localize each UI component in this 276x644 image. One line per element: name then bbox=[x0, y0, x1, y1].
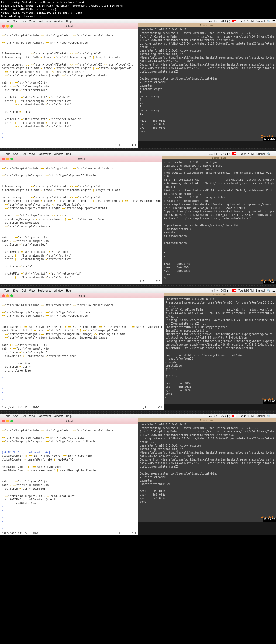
terminal-pane: ☁ ⊙ ᛒ ᯤ 77% ▮▯ Tue 3:57 PM Samuel 🔍 ☰ 1 … bbox=[162, 151, 276, 284]
close-icon[interactable] bbox=[2, 420, 5, 422]
video-timestamp: 00:02:40 bbox=[263, 281, 276, 284]
vim-statusline: 1,1 All bbox=[0, 279, 162, 284]
code-editor[interactable]: =="str">"kw-pink">odule =="str">"type">M… bbox=[0, 424, 138, 535]
zoom-icon[interactable] bbox=[10, 420, 13, 422]
menu-item[interactable]: Edit bbox=[22, 152, 26, 155]
minimize-icon[interactable] bbox=[6, 158, 9, 160]
window-titlebar[interactable]: Default bbox=[0, 418, 138, 424]
menu-item[interactable]: Edit bbox=[22, 289, 26, 292]
search-icon[interactable]: 🔍 bbox=[267, 289, 270, 292]
menu-item[interactable]: iTerm bbox=[4, 152, 10, 155]
menu-item[interactable]: Bookmarks bbox=[37, 415, 51, 418]
row-separator bbox=[0, 284, 276, 288]
terminal-output[interactable]: unsafePerformIO-0.1.0.0: build Preproces… bbox=[138, 27, 276, 141]
menu-item[interactable]: Bookmarks bbox=[37, 289, 51, 292]
menu-item[interactable]: iTerm bbox=[4, 20, 10, 23]
screenshot-row: iTermShellEditViewBookmarksWindowHelp De… bbox=[0, 19, 276, 148]
menu-item[interactable]: Window bbox=[54, 415, 63, 418]
search-icon[interactable]: 🔍 bbox=[267, 20, 270, 23]
menu-item[interactable]: Bookmarks bbox=[37, 20, 51, 23]
row-separator bbox=[0, 148, 276, 151]
menu-item[interactable]: View bbox=[29, 289, 35, 292]
window-titlebar[interactable]: Default bbox=[0, 23, 138, 29]
minimize-icon[interactable] bbox=[6, 25, 9, 28]
menu-item[interactable]: Help bbox=[66, 415, 72, 418]
status-pos: 1,1 bbox=[141, 406, 146, 409]
menu-item[interactable]: Shell bbox=[13, 415, 19, 418]
username: Samuel bbox=[256, 152, 265, 155]
code-editor[interactable]: =="str">"kw-pink">odule =="str">"type">M… bbox=[0, 162, 162, 284]
tab-title: Default bbox=[77, 158, 85, 161]
row-separator bbox=[0, 410, 276, 414]
menu-item[interactable]: Shell bbox=[13, 289, 19, 292]
menu-item[interactable]: iTerm bbox=[4, 289, 10, 292]
menu-icon[interactable]: ☰ bbox=[272, 20, 275, 23]
minimize-icon[interactable] bbox=[6, 294, 9, 297]
code-editor[interactable]: =="str">"kw-pink">odule =="str">"type">M… bbox=[0, 29, 138, 148]
close-icon[interactable] bbox=[2, 25, 5, 28]
menu-item[interactable]: Edit bbox=[22, 20, 26, 23]
menu-item[interactable]: Shell bbox=[13, 152, 19, 155]
menu-item[interactable]: Help bbox=[66, 289, 72, 292]
zoom-icon[interactable] bbox=[10, 158, 13, 160]
menu-item[interactable]: Edit bbox=[22, 415, 26, 418]
menu-item[interactable]: Window bbox=[54, 20, 63, 23]
menu-icon[interactable]: ☰ bbox=[272, 415, 275, 418]
vim-statusline: 1,1 All bbox=[0, 143, 138, 148]
error-bar: 1 error · base bbox=[138, 23, 276, 27]
terminal-output[interactable]: unsafePerformIO-0.1.0.0: build Preproces… bbox=[164, 296, 276, 404]
window-titlebar[interactable]: Default bbox=[0, 156, 162, 162]
meta-video: Video: h264, yuv420p, 1280x720, 30.00 fp… bbox=[1, 11, 275, 15]
meta-file: File: Benign Side-Effects Using unsafePe… bbox=[1, 1, 275, 4]
terminal-output[interactable]: unsafePerformIO-0.1.0.0: build Preproces… bbox=[138, 422, 276, 522]
status-file: "src/Main.hs" 22L, 387C bbox=[2, 531, 39, 535]
editor-pane: iTermShellEditViewBookmarksWindowHelp De… bbox=[0, 288, 164, 410]
battery-pct: 75% ▮▯ bbox=[221, 415, 230, 418]
menu-item[interactable]: View bbox=[29, 20, 35, 23]
menu-item[interactable]: Help bbox=[66, 152, 72, 155]
menu-item[interactable]: Bookmarks bbox=[37, 152, 51, 155]
menu-item[interactable]: Help bbox=[66, 20, 72, 23]
search-icon[interactable]: 🔍 bbox=[267, 415, 270, 418]
zoom-icon[interactable] bbox=[10, 25, 13, 28]
menubar[interactable]: iTermShellEditViewBookmarksWindowHelp bbox=[0, 19, 138, 23]
menu-icon[interactable]: ☰ bbox=[272, 152, 275, 155]
minimize-icon[interactable] bbox=[6, 420, 9, 422]
menu-item[interactable]: Window bbox=[54, 152, 63, 155]
zoom-icon[interactable] bbox=[10, 294, 13, 297]
username: Samuel bbox=[256, 289, 265, 292]
meta-audio: Audio: aac, 48000 Hz, stereo (eng) bbox=[1, 8, 275, 11]
menubar[interactable]: iTermShellEditViewBookmarksWindowHelp bbox=[0, 151, 162, 156]
menu-item[interactable]: Shell bbox=[13, 20, 19, 23]
code-editor[interactable]: =="str">"kw-pink">odule =="str">"type">M… bbox=[0, 298, 164, 410]
menu-icon[interactable]: ☰ bbox=[272, 289, 275, 292]
status-mode: All bbox=[157, 406, 162, 409]
menu-item[interactable]: Window bbox=[54, 289, 63, 292]
status-pos: 1,1 bbox=[115, 531, 120, 534]
tab-title: Default bbox=[78, 294, 86, 297]
screenshot-row: iTermShellEditViewBookmarksWindowHelp De… bbox=[0, 414, 276, 535]
flag-icon bbox=[232, 152, 236, 155]
status-pos: 1,1 bbox=[115, 144, 120, 147]
tab-title: Default bbox=[65, 420, 73, 423]
status-icons: ☁ ⊙ ᛒ ᯤ bbox=[209, 415, 219, 418]
video-timestamp: 00:01:20 bbox=[263, 137, 276, 141]
status-bar: ☁ ⊙ ᛒ ᯤ 78% ▮▯ Tue 3:55 PM Samuel 🔍 ☰ bbox=[138, 19, 276, 23]
menu-item[interactable]: iTerm bbox=[4, 415, 10, 418]
flag-icon bbox=[232, 289, 236, 292]
terminal-output[interactable]: unsafePerformIO-0.1.0.0: configure Confi… bbox=[162, 159, 276, 284]
close-icon[interactable] bbox=[2, 158, 5, 160]
close-icon[interactable] bbox=[2, 294, 5, 297]
menu-item[interactable]: View bbox=[29, 415, 35, 418]
status-pos: 1,1 bbox=[140, 280, 144, 283]
menubar[interactable]: iTermShellEditViewBookmarksWindowHelp bbox=[0, 414, 138, 418]
file-metadata: File: Benign Side-Effects Using unsafePe… bbox=[0, 0, 276, 19]
menubar[interactable]: iTermShellEditViewBookmarksWindowHelp bbox=[0, 288, 164, 293]
search-icon[interactable]: 🔍 bbox=[267, 152, 270, 155]
status-file: "src/Main.hs" 21L, 391C bbox=[2, 406, 39, 410]
window-titlebar[interactable]: Default bbox=[0, 293, 164, 298]
error-bar: 1 error · base bbox=[138, 418, 276, 422]
menu-item[interactable]: View bbox=[29, 152, 35, 155]
status-icons: ☁ ⊙ ᛒ ᯤ bbox=[209, 289, 219, 292]
screenshot-row: iTermShellEditViewBookmarksWindowHelp De… bbox=[0, 151, 276, 284]
